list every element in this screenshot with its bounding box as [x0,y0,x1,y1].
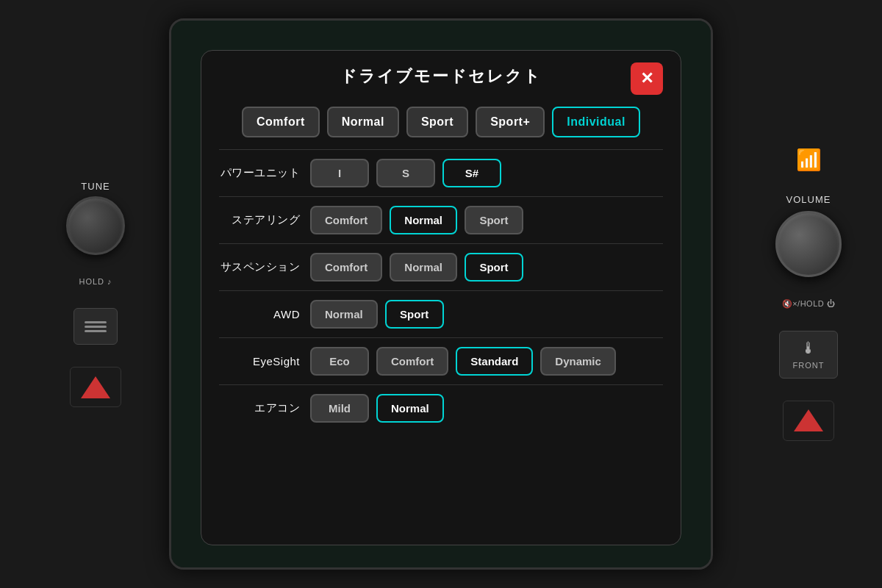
mode-buttons-row: ComfortNormalSportSport+Individual [219,99,663,149]
tune-label: TUNE [66,181,125,192]
setting-row-0: パワーユニットISS# [219,149,663,196]
left-arrow-up-button[interactable] [70,367,121,407]
setting-label-4: EyeSight [219,355,300,368]
setting-label-3: AWD [219,308,300,320]
arrow-up-icon [81,376,110,398]
dialog-title: ドライブモードセレクト [340,65,542,87]
opt-btn-5-1[interactable]: Normal [376,394,444,423]
mode-button-individual[interactable]: Individual [552,107,640,137]
close-button[interactable]: ✕ [631,62,663,95]
opt-btn-0-2[interactable]: S# [442,159,501,187]
volume-knob[interactable] [775,211,842,277]
device-outer: TUNE HOLD ♪ ドライブモードセレクト ✕ C [0,0,882,588]
setting-label-5: エアコン [219,401,300,415]
opt-btn-3-1[interactable]: Sport [385,300,444,329]
volume-label: VOLUME [775,194,842,205]
setting-options-3: NormalSport [310,300,444,329]
mode-button-comfort[interactable]: Comfort [242,107,320,137]
setting-row-1: ステアリングComfortNormalSport [219,196,663,243]
front-label: FRONT [793,361,825,370]
setting-options-0: ISS# [310,159,501,187]
opt-btn-2-2[interactable]: Sport [465,253,523,282]
setting-options-4: EcoComfortStandardDynamic [310,347,616,376]
setting-label-0: パワーユニット [219,166,300,180]
setting-row-4: EyeSightEcoComfortStandardDynamic [219,337,663,384]
opt-btn-0-0[interactable]: I [310,159,369,187]
mode-button-sport[interactable]: Sport [406,107,468,137]
setting-row-2: サスペンションComfortNormalSport [219,243,663,290]
left-controls: TUNE HOLD ♪ [15,0,176,588]
setting-label-1: ステアリング [219,213,300,227]
right-controls: 📶 VOLUME 🔇×/HOLD ⏻ 🌡 FRONT [750,0,867,588]
drive-mode-dialog: ドライブモードセレクト ✕ ComfortNormalSportSport+In… [201,50,681,545]
opt-btn-4-3[interactable]: Dynamic [540,347,616,376]
opt-btn-0-1[interactable]: S [376,159,435,187]
dialog-header: ドライブモードセレクト ✕ [219,65,663,99]
mode-button-sportplus[interactable]: Sport+ [476,107,545,137]
opt-btn-4-2[interactable]: Standard [456,347,533,376]
opt-btn-4-0[interactable]: Eco [310,347,369,376]
setting-options-1: ComfortNormalSport [310,206,523,234]
heat-button[interactable] [74,308,118,345]
opt-btn-5-0[interactable]: Mild [310,394,369,423]
setting-label-2: サスペンション [219,260,300,274]
setting-row-5: エアコンMildNormal [219,384,663,431]
settings-area: パワーユニットISS#ステアリングComfortNormalSportサスペンシ… [219,149,663,530]
opt-btn-4-1[interactable]: Comfort [376,347,448,376]
opt-btn-2-1[interactable]: Normal [390,253,457,282]
arrow-up-icon-right [794,409,823,431]
opt-btn-1-1[interactable]: Normal [390,206,457,234]
opt-btn-1-0[interactable]: Comfort [310,206,382,234]
main-screen: ドライブモードセレクト ✕ ComfortNormalSportSport+In… [169,18,713,570]
setting-options-2: ComfortNormalSport [310,253,523,282]
front-button[interactable]: 🌡 FRONT [779,331,838,379]
opt-btn-2-0[interactable]: Comfort [310,253,382,282]
mode-button-normal[interactable]: Normal [327,107,399,137]
nfc-icon: 📶 [796,148,822,172]
tune-knob[interactable] [66,196,125,255]
opt-btn-1-2[interactable]: Sport [465,206,523,234]
volume-section: VOLUME [775,194,842,277]
opt-btn-3-0[interactable]: Normal [310,300,378,329]
hold-label: HOLD ♪ [79,277,112,286]
setting-options-5: MildNormal [310,394,444,423]
setting-row-3: AWDNormalSport [219,290,663,337]
right-arrow-up-button[interactable] [783,401,834,441]
front-heat-icon: 🌡 [800,339,817,358]
mute-hold-label: 🔇×/HOLD ⏻ [782,299,836,309]
